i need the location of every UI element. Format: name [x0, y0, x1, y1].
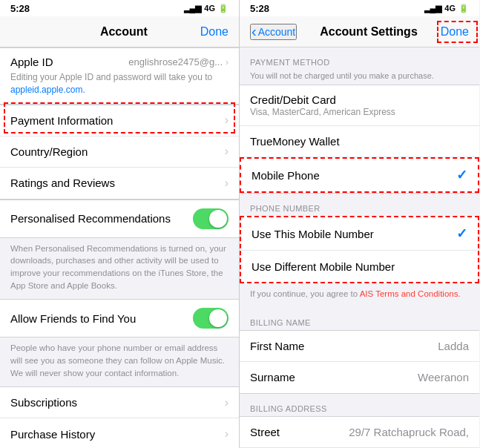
- friends-label: Allow Friends to Find You: [10, 312, 136, 325]
- ratings-reviews-label: Ratings and Reviews: [10, 177, 115, 189]
- right-nav-title: Account Settings: [320, 25, 418, 39]
- left-status-bar: 5:28 ▂▄▆ 4G 🔋: [0, 0, 239, 16]
- mobile-phone-check: ✓: [456, 167, 467, 183]
- subscriptions-label: Subscriptions: [10, 396, 77, 409]
- right-done-button[interactable]: Done: [441, 25, 469, 39]
- surname-item: Surname Weeranon: [240, 362, 479, 393]
- use-different-number-item[interactable]: Use Different Mobile Number: [241, 251, 478, 282]
- right-battery-icon: 🔋: [458, 4, 469, 13]
- payment-info-label: Payment Information: [10, 114, 113, 127]
- credit-card-item[interactable]: Credit/Debit Card Visa, MasterCard, Amer…: [240, 85, 479, 126]
- apple-id-chevron: ›: [226, 56, 229, 67]
- ais-terms-link[interactable]: AIS Terms and Conditions.: [360, 289, 461, 298]
- main-menu-group: Payment Information › Country/Region › R…: [0, 105, 239, 200]
- mobile-phone-item[interactable]: Mobile Phone ✓: [240, 157, 479, 193]
- left-time: 5:28: [10, 3, 30, 14]
- purchase-history-item[interactable]: Purchase History ›: [0, 418, 239, 448]
- payment-method-sub: You will not be charged until you make a…: [240, 70, 479, 85]
- subscriptions-item[interactable]: Subscriptions ›: [0, 387, 239, 418]
- billing-name-header: BILLING NAME: [240, 308, 479, 330]
- first-name-label: First Name: [250, 340, 304, 352]
- use-different-number-label: Use Different Mobile Number: [251, 260, 395, 273]
- billing-address-group: Street 29/7 Ratchapruck Road, Street Opt…: [240, 416, 479, 448]
- ais-terms-desc: If you continue, you agree to AIS Terms …: [240, 283, 479, 308]
- ratings-reviews-chevron: ›: [225, 177, 229, 190]
- apple-id-desc: Editing your Apple ID and password will …: [10, 71, 229, 96]
- first-name-item: First Name Ladda: [240, 331, 479, 362]
- street1-label: Street: [250, 426, 280, 438]
- mobile-phone-label: Mobile Phone: [251, 169, 320, 182]
- phone-number-header: PHONE NUMBER: [240, 194, 479, 216]
- personalised-toggle[interactable]: [193, 208, 229, 229]
- left-nav-bar: Account Done: [0, 16, 239, 47]
- surname-label: Surname: [250, 371, 295, 383]
- left-status-icons: ▂▄▆ 4G 🔋: [184, 4, 229, 13]
- personalised-label: Personalised Recommendations: [10, 212, 171, 225]
- use-this-number-check: ✓: [456, 225, 467, 242]
- appleid-link[interactable]: appleid.apple.com.: [10, 85, 85, 95]
- right-back-button[interactable]: Account: [250, 24, 297, 40]
- left-done-button[interactable]: Done: [200, 25, 229, 39]
- friends-group: Allow Friends to Find You: [0, 299, 239, 337]
- billing-address-header: BILLING ADDRESS: [240, 394, 479, 416]
- apple-id-row: Apple ID englishrose2475@g... ›: [10, 56, 229, 68]
- right-network-label: 4G: [444, 4, 456, 13]
- street1-item: Street 29/7 Ratchapruck Road,: [240, 417, 479, 448]
- first-name-value: Ladda: [438, 340, 469, 352]
- use-this-number-label: Use This Mobile Number: [251, 228, 374, 240]
- right-time: 5:28: [250, 3, 269, 14]
- country-region-label: Country/Region: [10, 145, 88, 158]
- surname-value: Weeranon: [418, 371, 469, 383]
- payment-info-chevron: ›: [225, 113, 229, 127]
- use-this-number-item[interactable]: Use This Mobile Number ✓: [241, 217, 478, 251]
- subscriptions-chevron: ›: [225, 396, 229, 409]
- signal-icon: ▂▄▆: [184, 4, 202, 13]
- payment-method-header: PAYMENT METHOD: [240, 47, 479, 70]
- right-status-icons: ▂▄▆ 4G 🔋: [424, 4, 469, 13]
- friends-desc: People who have your phone number or ema…: [0, 337, 239, 386]
- truemoney-item[interactable]: TrueMoney Wallet: [240, 126, 479, 157]
- purchase-history-label: Purchase History: [10, 428, 95, 441]
- country-region-item[interactable]: Country/Region ›: [0, 136, 239, 168]
- ratings-reviews-item[interactable]: Ratings and Reviews ›: [0, 168, 239, 199]
- apple-id-section: Apple ID englishrose2475@g... › Editing …: [0, 47, 239, 105]
- personalised-item: Personalised Recommendations: [0, 200, 239, 237]
- bottom-menu-group: Subscriptions › Purchase History ›: [0, 386, 239, 448]
- phone-number-group: Use This Mobile Number ✓ Use Different M…: [240, 216, 479, 283]
- purchase-history-chevron: ›: [225, 427, 229, 441]
- friends-toggle[interactable]: [193, 308, 229, 329]
- right-status-bar: 5:28 ▂▄▆ 4G 🔋: [240, 0, 479, 16]
- payment-method-group: Credit/Debit Card Visa, MasterCard, Amer…: [240, 85, 479, 194]
- country-region-chevron: ›: [225, 145, 229, 158]
- friends-item: Allow Friends to Find You: [0, 300, 239, 337]
- credit-card-label: Credit/Debit Card: [250, 93, 395, 106]
- battery-icon: 🔋: [218, 4, 229, 13]
- apple-id-label: Apple ID: [10, 56, 53, 68]
- billing-name-group: First Name Ladda Surname Weeranon: [240, 330, 479, 394]
- apple-id-value: englishrose2475@g... ›: [128, 56, 229, 67]
- payment-info-item[interactable]: Payment Information ›: [0, 105, 239, 136]
- credit-card-sub: Visa, MasterCard, American Express: [250, 107, 395, 117]
- personalised-group: Personalised Recommendations: [0, 200, 239, 238]
- right-signal-icon: ▂▄▆: [424, 4, 442, 13]
- credit-card-left: Credit/Debit Card Visa, MasterCard, Amer…: [250, 93, 395, 117]
- left-nav-title: Account: [100, 25, 148, 39]
- right-nav-bar: Account Account Settings Done: [240, 16, 479, 47]
- street1-value: 29/7 Ratchapruck Road,: [349, 426, 469, 438]
- truemoney-label: TrueMoney Wallet: [250, 135, 340, 148]
- network-label: 4G: [204, 4, 215, 13]
- personalised-desc: When Personalised Recommendations is tur…: [0, 238, 239, 300]
